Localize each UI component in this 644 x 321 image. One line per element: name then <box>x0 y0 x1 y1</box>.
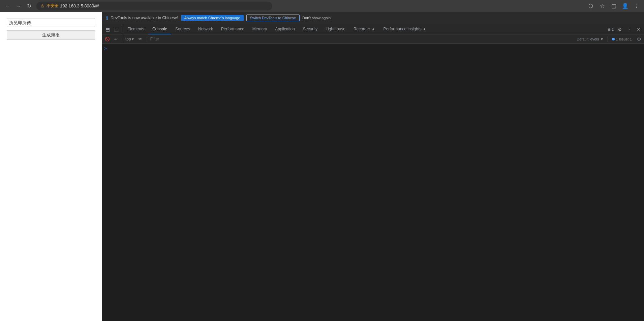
generate-poster-button[interactable]: 生成海报 <box>7 30 95 40</box>
browser-chrome: ← → ↻ ⚠ 不安全 192.168.3.5:8080/#/ ⬡ ☆ ▢ 👤 … <box>0 0 644 12</box>
issues-badge[interactable]: 1 Issue: 1 <box>610 36 634 42</box>
devtools-close-button[interactable]: ✕ <box>635 25 643 33</box>
top-label: top <box>125 37 131 41</box>
profile-button[interactable]: 👤 <box>620 1 630 11</box>
tab-performance[interactable]: Performance <box>217 24 248 34</box>
device-toolbar-button[interactable]: ⬚ <box>112 25 120 33</box>
tab-memory[interactable]: Memory <box>248 24 271 34</box>
console-content[interactable]: > <box>102 44 644 321</box>
devtools-settings-button[interactable]: ⚙ <box>616 25 624 33</box>
default-levels-button[interactable]: Default levels ▼ <box>575 36 606 42</box>
reload-button[interactable]: ↻ <box>24 1 34 11</box>
issues-count: 1 <box>630 37 632 41</box>
toolbar-divider <box>122 36 122 42</box>
notification-bar: ℹ DevTools is now available in Chinese! … <box>102 12 644 24</box>
devtools-screen-button[interactable]: 🖥 1 <box>606 25 614 33</box>
address-bar[interactable]: ⚠ 不安全 192.168.3.5:8080/#/ <box>36 2 272 10</box>
filter-input[interactable] <box>148 36 574 42</box>
console-settings-button[interactable]: ⚙ <box>635 35 643 43</box>
issues-dot-icon <box>612 38 615 40</box>
clear-console-button[interactable]: 🚫 <box>103 35 111 43</box>
toolbar-divider-3 <box>608 36 608 42</box>
switch-to-chinese-button[interactable]: Switch DevTools to Chinese <box>246 14 300 21</box>
toolbar-divider-2 <box>146 36 146 42</box>
security-warning-icon: ⚠ <box>40 3 44 8</box>
dropdown-icon: ▾ <box>132 37 134 41</box>
devtools-more-button[interactable]: ⋮ <box>625 25 633 33</box>
preserve-log-button[interactable]: ↩ <box>112 35 120 43</box>
tab-performance-insights[interactable]: Performance insights ▲ <box>379 24 431 34</box>
devtools-tabs: Elements Console Sources Network Perform… <box>123 24 606 34</box>
chrome-actions: ⬡ ☆ ▢ 👤 ⋮ <box>586 1 641 11</box>
menu-button[interactable]: ⋮ <box>632 1 641 11</box>
forward-button[interactable]: → <box>13 1 23 11</box>
address-text: ⚠ 不安全 192.168.3.5:8080/#/ <box>40 3 99 9</box>
webpage-content: 生成海报 <box>0 12 102 321</box>
devtools-toolbar: ⬒ ⬚ Elements Console Sources Network Per… <box>102 24 644 34</box>
tab-network[interactable]: Network <box>194 24 217 34</box>
console-prompt: > <box>104 46 107 51</box>
tab-security[interactable]: Security <box>299 24 321 34</box>
tab-application[interactable]: Application <box>271 24 299 34</box>
url-text: 192.168.3.5:8080/#/ <box>60 3 99 8</box>
nav-buttons: ← → ↻ <box>3 1 34 11</box>
insecure-label: 不安全 <box>47 3 59 9</box>
tab-elements[interactable]: Elements <box>123 24 148 34</box>
window-button[interactable]: ▢ <box>609 1 618 11</box>
notification-text: DevTools is now available in Chinese! <box>111 16 178 20</box>
eye-button[interactable]: 👁 <box>136 35 144 43</box>
issues-label: 1 Issue: <box>616 37 629 41</box>
dont-show-again-button[interactable]: Don't show again <box>302 16 331 20</box>
toolbar-right: 🖥 1 ⚙ ⋮ ✕ <box>606 25 643 33</box>
cast-button[interactable]: ⬡ <box>586 1 595 11</box>
context-selector[interactable]: top ▾ <box>124 36 135 42</box>
tab-lighthouse[interactable]: Lighthouse <box>321 24 349 34</box>
toggle-drawer-button[interactable]: ⬒ <box>103 25 112 33</box>
match-language-button[interactable]: Always match Chrome's language <box>181 15 244 21</box>
toolbar-left-icons: ⬒ ⬚ <box>103 25 122 33</box>
webpage-panel: 生成海报 <box>0 12 102 321</box>
devtools-panel: ℹ DevTools is now available in Chinese! … <box>102 12 644 321</box>
info-icon: ℹ <box>106 15 108 21</box>
default-levels-label: Default levels ▼ <box>577 37 604 41</box>
webpage-text-input[interactable] <box>7 19 95 27</box>
back-button[interactable]: ← <box>3 1 12 11</box>
tab-sources[interactable]: Sources <box>171 24 194 34</box>
bookmark-button[interactable]: ☆ <box>597 1 607 11</box>
tab-console[interactable]: Console <box>148 24 171 34</box>
console-toolbar: 🚫 ↩ top ▾ 👁 Default levels ▼ 1 Issue: 1 … <box>102 34 644 44</box>
tab-recorder[interactable]: Recorder ▲ <box>349 24 379 34</box>
main-area: 生成海报 ℹ DevTools is now available in Chin… <box>0 12 644 321</box>
